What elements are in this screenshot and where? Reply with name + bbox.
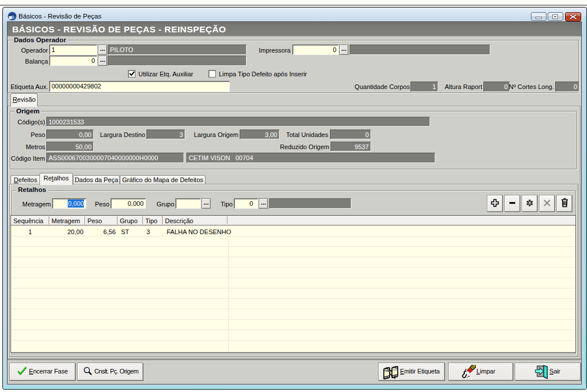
svg-text:G: G (10, 14, 14, 20)
